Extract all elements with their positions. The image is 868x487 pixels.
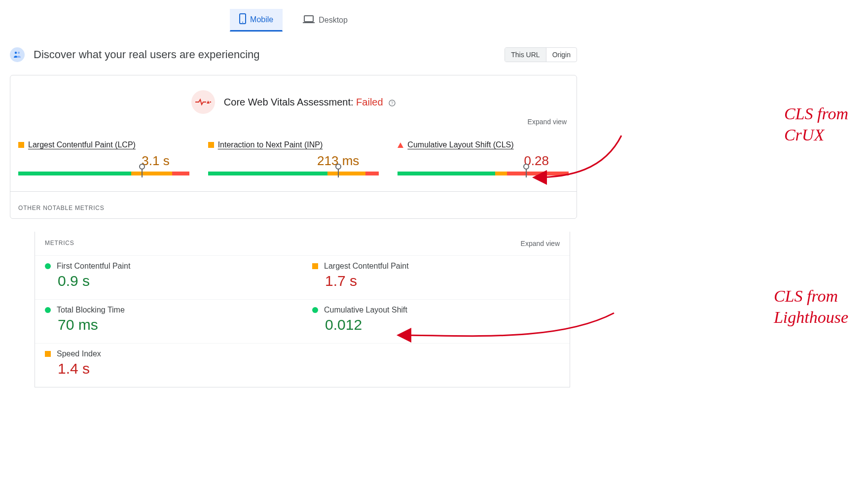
page-heading: Discover what your real users are experi…: [34, 48, 260, 61]
cls-marker: [526, 167, 527, 177]
laptop-icon: [303, 15, 315, 26]
annotation-lh-cls: CLS from Lighthouse: [774, 286, 848, 328]
lh-si-name: Speed Index: [57, 349, 101, 358]
lh-lcp-value: 1.7 s: [312, 273, 560, 289]
crux-card: Core Web Vitals Assessment: Failed ? Exp…: [10, 75, 577, 219]
lh-metrics-label: METRICS: [45, 240, 74, 247]
assessment-label: Core Web Vitals Assessment:: [224, 97, 356, 107]
lh-si-value: 1.4 s: [45, 360, 292, 377]
tab-desktop[interactable]: Desktop: [293, 9, 357, 32]
lh-lcp-status-icon: [312, 263, 318, 269]
lh-fcp-value: 0.9 s: [45, 273, 292, 289]
crux-expand[interactable]: Expand view: [528, 118, 567, 126]
lh-tbt: Total Blocking Time 70 ms: [35, 299, 302, 343]
assessment-row: Core Web Vitals Assessment: Failed ?: [18, 90, 569, 114]
lh-si: Speed Index 1.4 s: [35, 343, 302, 387]
lcp-marker: [142, 167, 143, 177]
cls-bar: [398, 172, 569, 175]
users-icon: [10, 47, 25, 62]
lh-fcp-name: First Contentful Paint: [57, 262, 130, 271]
lcp-status-icon: [18, 142, 24, 148]
fcp-status-icon: [45, 263, 51, 269]
lighthouse-card: METRICS Expand view First Contentful Pai…: [35, 232, 570, 387]
lcp-value: 3.1 s: [18, 153, 189, 169]
si-status-icon: [45, 351, 51, 357]
lh-empty: [302, 343, 570, 387]
cls-value: 0.28: [398, 153, 569, 169]
svg-point-4: [15, 52, 17, 54]
seg-origin[interactable]: Origin: [546, 48, 577, 62]
annotation-crux-cls: CLS from CrUX: [784, 104, 848, 145]
scope-segmented: This URL Origin: [505, 47, 577, 62]
metric-cls: Cumulative Layout Shift (CLS) 0.28: [398, 140, 569, 175]
other-notable-label: OTHER NOTABLE METRICS: [10, 192, 577, 218]
inp-bar: [208, 172, 379, 175]
lcp-bar: [18, 172, 189, 175]
tab-desktop-label: Desktop: [319, 16, 348, 25]
lh-cls: Cumulative Layout Shift 0.012: [302, 299, 570, 343]
tab-mobile[interactable]: Mobile: [230, 9, 283, 32]
svg-text:?: ?: [391, 101, 394, 105]
lh-cls-value: 0.012: [312, 316, 560, 333]
svg-point-5: [18, 52, 20, 54]
lh-tbt-value: 70 ms: [45, 316, 292, 333]
svg-rect-2: [304, 16, 313, 22]
lh-cls-name: Cumulative Layout Shift: [324, 306, 407, 314]
lh-lcp-name: Largest Contentful Paint: [324, 262, 409, 271]
tbt-status-icon: [45, 307, 51, 313]
inp-name[interactable]: Interaction to Next Paint (INP): [218, 140, 323, 149]
seg-this-url[interactable]: This URL: [505, 48, 545, 62]
help-icon[interactable]: ?: [389, 99, 396, 107]
cls-name[interactable]: Cumulative Layout Shift (CLS): [407, 140, 513, 149]
phone-icon: [239, 13, 246, 26]
svg-point-1: [242, 22, 243, 23]
lh-fcp: First Contentful Paint 0.9 s: [35, 255, 302, 299]
assessment-status: Failed: [356, 97, 383, 107]
lh-expand[interactable]: Expand view: [521, 240, 560, 247]
metric-inp: Interaction to Next Paint (INP) 213 ms: [208, 140, 379, 175]
device-tabs: Mobile Desktop: [10, 9, 577, 44]
lcp-name[interactable]: Largest Contentful Paint (LCP): [28, 140, 136, 149]
inp-status-icon: [208, 142, 214, 148]
metric-lcp: Largest Contentful Paint (LCP) 3.1 s: [18, 140, 189, 175]
lh-tbt-name: Total Blocking Time: [57, 306, 125, 314]
lh-lcp: Largest Contentful Paint 1.7 s: [302, 255, 570, 299]
svg-rect-3: [303, 22, 315, 23]
lh-cls-status-icon: [312, 307, 318, 313]
tab-mobile-label: Mobile: [250, 15, 273, 24]
inp-value: 213 ms: [208, 153, 379, 169]
cls-status-icon: [398, 142, 403, 148]
svg-marker-6: [207, 101, 210, 104]
pulse-icon: [191, 90, 215, 114]
inp-marker: [338, 167, 339, 177]
